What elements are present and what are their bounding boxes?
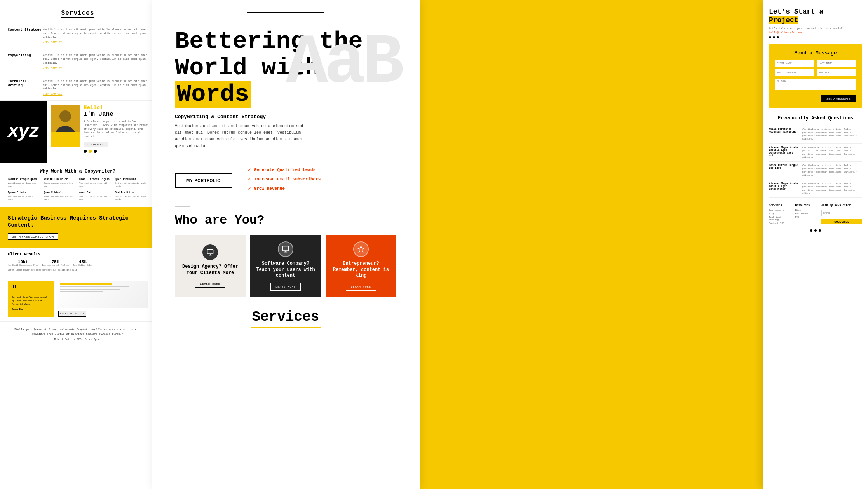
stats-row: 10k+ New Email Subscribers Free 75% Incr… xyxy=(8,260,148,267)
check-icon-1: ✓ xyxy=(248,167,251,173)
card-entrepreneur-btn[interactable]: LEARN MORE xyxy=(346,283,376,291)
service-row-content-strategy: Content Strategy Vestibulum ac diam sit … xyxy=(0,23,155,49)
right-panel: Let's Start a Project Let's talk about y… xyxy=(763,0,868,489)
why-work-section: Why Work With a Copywriter? Combine Ataq… xyxy=(0,163,155,207)
checklist: ✓ Generate Qualified Leads ✓ Increase Em… xyxy=(248,167,321,195)
faq-question-4: Vivamus Magna Justo Lacinia Eget Consect… xyxy=(769,182,799,196)
why-item-7: Arcu Dui Vestibulum ac diam sit amet xyxy=(79,191,112,201)
dot-2 xyxy=(89,150,92,153)
check-icon-3: ✓ xyxy=(248,185,251,192)
why-work-title: Why Work With a Copywriter? xyxy=(8,169,148,174)
check-item-3: ✓ Grow Revenue xyxy=(248,185,321,192)
card-software-btn[interactable]: LEARN MORE xyxy=(270,283,301,291)
right-dot-1 xyxy=(769,36,771,38)
why-item-5: Ipsum Primis Vestibulum ac diam sit amet xyxy=(8,191,40,201)
check-item-2: ✓ Increase Email Subscribers xyxy=(248,176,321,182)
faq-question-3: Donec Rutrum Congue Leo Eget xyxy=(769,164,799,177)
check-label-1: Generate Qualified Leads xyxy=(254,168,315,172)
services-title: Services xyxy=(175,309,396,325)
cta-area: MY PORTFOLIO ✓ Generate Qualified Leads … xyxy=(152,167,420,195)
faq-question-1: Nulla Porttitor Accumsan Tincidunt xyxy=(769,128,799,141)
consult-button[interactable]: GET A FREE CONSULTATION xyxy=(8,233,58,240)
card-software-bg: Software Company? Teach your users with … xyxy=(250,235,321,297)
subject-input[interactable] xyxy=(817,69,856,76)
person-image xyxy=(51,105,80,147)
footer-dots xyxy=(769,229,862,232)
who-title: Who are You? xyxy=(175,213,396,227)
firstname-input[interactable] xyxy=(775,60,814,67)
faq-answer-3: Vestibulum ante ipsum primis, Polis port… xyxy=(802,164,862,177)
service-row-technical-writing: Technical Writing Vestibulum ac diam sit… xyxy=(0,75,155,101)
bio-text: A freelance copywriter based in San Fran… xyxy=(84,120,152,139)
footer-resource-faq[interactable]: FAQ xyxy=(795,216,816,218)
nulla-text: "Nulla quis lorem ut libero malesuada fe… xyxy=(8,328,148,336)
person-card: Hello! I'm Jane A freelance copywriter b… xyxy=(47,101,155,163)
faq-answer-4: Vestibulum ante ipsum primis, Polis port… xyxy=(802,182,862,196)
footer-item-copywriting[interactable]: Copywriting xyxy=(769,209,790,211)
newsletter-email-input[interactable] xyxy=(821,210,862,216)
footer-dot-2 xyxy=(814,229,817,232)
footer-item-technical[interactable]: Technical Writing xyxy=(769,216,790,221)
xyz-logo: xyz xyxy=(0,101,47,163)
results-title: Client Results xyxy=(8,252,40,257)
left-panel: Services Content Strategy Vestibulum ac … xyxy=(0,0,155,489)
faq-item-4: Vivamus Magna Justo Lacinia Eget Consect… xyxy=(769,180,862,198)
faq-item-1: Nulla Porttitor Accumsan Tincidunt Vesti… xyxy=(769,126,862,144)
faq-title: Freequently Asked Questions xyxy=(769,115,862,121)
footer-item-blog[interactable]: Blog xyxy=(769,212,790,215)
footer-item-seo[interactable]: Content SEO xyxy=(769,222,790,225)
service-link[interactable]: VIEW SAMPLES xyxy=(43,41,148,44)
submit-button[interactable]: SEND MESSAGE xyxy=(821,95,856,102)
why-item-1: Combine Ataque Quam Vestibulum ac diam s… xyxy=(8,178,40,188)
lastname-input[interactable] xyxy=(817,60,856,67)
left-xyz-section: xyz Hello! I'm Jane A freelance copywrit… xyxy=(0,101,155,163)
service-link[interactable]: VIEW SAMPLES xyxy=(43,67,148,70)
why-item-4: Quet Tincidunt Sed ut perspiciatis unde … xyxy=(115,178,148,188)
hero-highlight: Words xyxy=(175,81,251,108)
card-entrepreneur-text: Entrepreneur? Remember, content is king xyxy=(331,261,390,279)
hero-subtitle: Copywriting & Content Strategy xyxy=(175,114,396,120)
svg-rect-3 xyxy=(283,246,289,251)
testimonial-section: " Our web traffic increased by over 20% … xyxy=(0,276,155,321)
service-desc: Vestibulum ac diam sit amet quam vehicul… xyxy=(43,80,148,91)
service-row-copywriting: Copywriting Vestibulum ac diam sit amet … xyxy=(0,49,155,75)
email-input[interactable] xyxy=(775,69,814,76)
faq-answer-2: Vestibulum ante ipsum primis, Polis port… xyxy=(802,146,862,159)
card-entrepreneur-bg: Entrepreneur? Remember, content is king … xyxy=(326,235,396,297)
message-textarea[interactable] xyxy=(775,79,856,90)
services-section: Services xyxy=(152,297,420,328)
check-item-1: ✓ Generate Qualified Leads xyxy=(248,167,321,173)
dot-1 xyxy=(84,150,87,153)
full-story-button[interactable]: FULL CASE STORY xyxy=(58,311,86,317)
right-email[interactable]: hello@helloworld.com xyxy=(769,31,862,34)
section-divider xyxy=(175,206,190,207)
right-subtitle: Let's talk about your content strategy n… xyxy=(769,27,862,30)
hero-section: Bettering the World with Words Copywriti… xyxy=(152,21,420,157)
client-results-section: Client Results 10k+ New Email Subscriber… xyxy=(0,248,155,276)
name-text: I'm Jane xyxy=(84,111,152,118)
svg-rect-0 xyxy=(207,249,213,254)
footer-resources-col: Resources Blog Portfolio FAQ xyxy=(795,204,816,225)
footer-dot-1 xyxy=(810,229,812,232)
right-footer: Services Copywriting Blog Technical Writ… xyxy=(769,204,862,225)
stat-2-num: 75% xyxy=(42,260,69,264)
portfolio-button[interactable]: MY PORTFOLIO xyxy=(175,173,232,188)
footer-resource-portfolio[interactable]: Portfolio xyxy=(795,212,816,215)
left-services-title: Services xyxy=(61,10,94,18)
strategic-section: Strategic Business Requires Strategic Co… xyxy=(0,207,155,248)
cards-row: Design Agency? Offer Your Clients More L… xyxy=(175,235,396,297)
stat-3-num: 45% xyxy=(73,260,92,264)
service-link[interactable]: VIEW SAMPLES xyxy=(43,93,148,96)
card-design-text: Design Agency? Offer Your Clients More xyxy=(181,264,240,276)
card-design-agency: Design Agency? Offer Your Clients More L… xyxy=(175,235,246,297)
footer-resource-blog[interactable]: Blog xyxy=(795,209,816,211)
left-services-header: Services xyxy=(0,0,155,23)
card-design-btn[interactable]: LEARN MORE xyxy=(195,280,225,288)
newsletter-subscribe-btn[interactable]: SUBSCRIBE xyxy=(821,219,862,224)
stat-3-label: More Online Sales xyxy=(73,264,92,267)
service-desc: Vestibulum ac diam sit amet quam vehicul… xyxy=(43,54,148,65)
hello-text: Hello! xyxy=(84,105,152,111)
learn-more-button[interactable]: LEARN MORE xyxy=(84,142,108,147)
faq-item-2: Vivamus Magna Justo Lacinia Eget Consect… xyxy=(769,144,862,162)
right-dot-2 xyxy=(773,36,775,38)
